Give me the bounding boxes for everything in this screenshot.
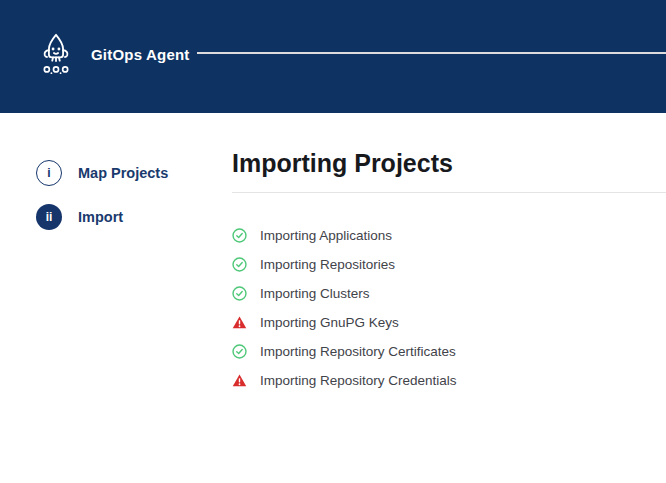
success-check-circle-icon <box>232 228 247 243</box>
step-2-indicator: ii <box>36 204 62 230</box>
import-item-label: Importing Clusters <box>260 286 370 301</box>
import-status-item: Importing Clusters <box>232 279 666 308</box>
app-title: GitOps Agent <box>91 46 190 63</box>
success-check-circle-icon <box>232 286 247 301</box>
success-check-circle-icon <box>232 344 247 359</box>
error-warning-triangle-icon <box>232 315 247 330</box>
success-check-circle-icon <box>232 257 247 272</box>
title-divider <box>232 192 666 193</box>
page-title: Importing Projects <box>232 148 666 179</box>
wizard-steps-sidebar: i Map Projects ii Import <box>36 160 226 230</box>
import-item-label: Importing Repositories <box>260 257 395 272</box>
import-status-item: Importing Repositories <box>232 250 666 279</box>
import-status-item: Importing Repository Certificates <box>232 337 666 366</box>
import-item-label: Importing Applications <box>260 228 392 243</box>
argo-octopus-icon <box>36 32 76 76</box>
step-import[interactable]: ii Import <box>36 204 226 230</box>
import-status-item: Importing Repository Credentials <box>232 366 666 395</box>
import-status-item: Importing Applications <box>232 221 666 250</box>
step-1-indicator: i <box>36 160 62 186</box>
import-item-label: Importing GnuPG Keys <box>260 315 399 330</box>
step-1-label: Map Projects <box>78 165 168 181</box>
import-item-label: Importing Repository Certificates <box>260 344 456 359</box>
step-map-projects[interactable]: i Map Projects <box>36 160 226 186</box>
import-status-list: Importing Applications Importing Reposit… <box>232 221 666 395</box>
import-status-item: Importing GnuPG Keys <box>232 308 666 337</box>
import-item-label: Importing Repository Credentials <box>260 373 457 388</box>
step-2-label: Import <box>78 209 123 225</box>
brand: GitOps Agent <box>36 32 190 76</box>
error-warning-triangle-icon <box>232 373 247 388</box>
main-content: Importing Projects Importing Application… <box>232 0 666 395</box>
